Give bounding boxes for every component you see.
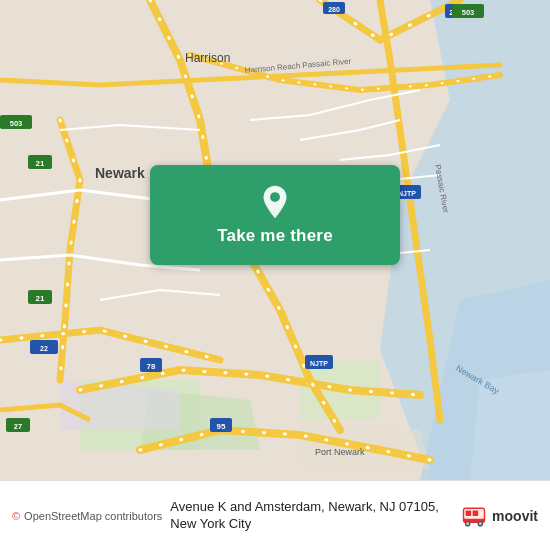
map-container: 280 280 21 21 22 78 95 [0, 0, 550, 480]
attribution-section: © OpenStreetMap contributors [12, 510, 162, 522]
svg-text:21: 21 [36, 159, 45, 168]
svg-point-48 [479, 522, 482, 525]
svg-text:Harrison: Harrison [185, 51, 230, 65]
svg-text:78: 78 [147, 362, 156, 371]
location-pin-icon [257, 184, 293, 220]
svg-text:Newark: Newark [95, 165, 145, 181]
svg-text:280: 280 [328, 6, 340, 13]
svg-point-46 [466, 522, 469, 525]
take-me-there-button[interactable]: Take me there [150, 165, 400, 265]
bottom-bar: © OpenStreetMap contributors Avenue K an… [0, 480, 550, 550]
svg-text:NJTP: NJTP [310, 360, 328, 367]
svg-rect-44 [473, 510, 479, 516]
moovit-text: moovit [492, 508, 538, 524]
svg-text:503: 503 [10, 119, 23, 128]
svg-text:21: 21 [36, 294, 45, 303]
svg-text:22: 22 [40, 345, 48, 352]
cta-button-label: Take me there [217, 226, 333, 246]
moovit-logo: moovit [460, 502, 538, 530]
svg-point-40 [270, 192, 280, 202]
openstreetmap-credit: OpenStreetMap contributors [24, 510, 162, 522]
svg-text:95: 95 [217, 422, 226, 431]
svg-text:27: 27 [14, 422, 22, 431]
svg-rect-43 [466, 510, 472, 516]
svg-text:503: 503 [462, 8, 475, 17]
svg-text:Port Newark: Port Newark [315, 447, 365, 457]
moovit-icon [460, 502, 488, 530]
copyright-symbol: © [12, 510, 20, 522]
svg-text:NJTP: NJTP [398, 190, 416, 197]
address-text: Avenue K and Amsterdam, Newark, NJ 07105… [162, 499, 460, 533]
